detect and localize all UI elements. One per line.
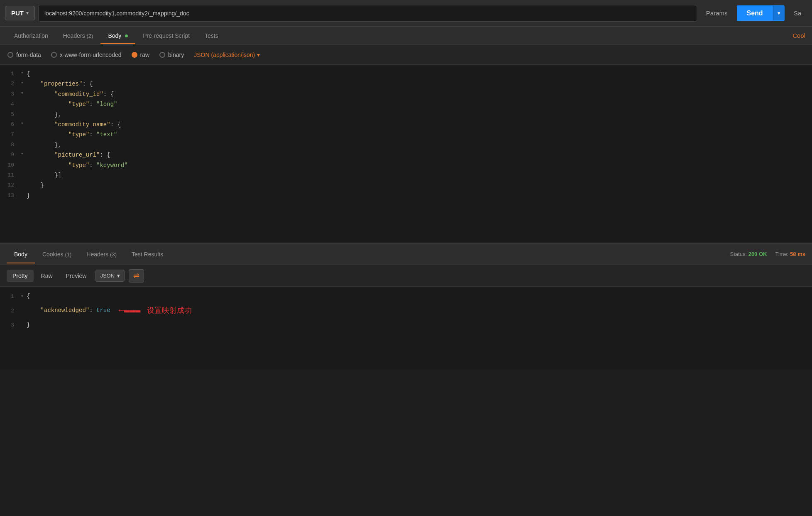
resp-tab-headers-badge: (3) xyxy=(110,251,117,258)
code-line-6: 6 ▾ "commodity_name": { xyxy=(0,120,812,130)
radio-form-data xyxy=(7,52,13,58)
code-content-2: "properties": { xyxy=(27,79,93,88)
code-line-10: 10 "type": "keyword" xyxy=(0,160,812,170)
tab-pre-request-script[interactable]: Pre-request Script xyxy=(135,27,197,44)
collapse-3[interactable]: ▾ xyxy=(21,90,27,97)
fmt-raw-button[interactable]: Raw xyxy=(35,270,59,282)
red-arrow-icon: ←▬▬▬ xyxy=(119,302,141,319)
json-format-dropdown[interactable]: JSON ▾ xyxy=(95,270,125,282)
json-type-selector[interactable]: JSON (application/json) ▾ xyxy=(194,52,260,58)
binary-label: binary xyxy=(168,52,184,58)
code-line-13: 13 } xyxy=(0,191,812,201)
params-button[interactable]: Params xyxy=(700,6,734,20)
code-line-1: 1 ▾ { xyxy=(0,69,812,79)
resp-line-2: 2 "acknowledged": true ←▬▬▬ 设置映射成功 xyxy=(0,302,812,319)
status-label: Status: 200 OK xyxy=(730,251,767,257)
body-options: form-data x-www-form-urlencoded raw bina… xyxy=(0,45,812,65)
collapse-11 xyxy=(21,171,27,178)
resp-tab-cookies-badge: (1) xyxy=(65,251,71,258)
code-editor[interactable]: 1 ▾ { 2 ▾ "properties": { 3 ▾ "commodity… xyxy=(0,65,812,243)
annotation-text: 设置映射成功 xyxy=(147,304,192,317)
resp-line-num-1: 1 xyxy=(0,291,21,301)
collapse-2[interactable]: ▾ xyxy=(21,79,27,87)
fmt-preview-button[interactable]: Preview xyxy=(60,270,93,282)
send-button[interactable]: Send xyxy=(737,5,773,21)
form-data-label: form-data xyxy=(16,52,41,58)
method-chevron-icon: ▾ xyxy=(26,10,29,16)
resp-tab-body[interactable]: Body xyxy=(7,245,35,263)
raw-label: raw xyxy=(140,52,150,58)
code-content-7: "type": "text" xyxy=(27,130,117,139)
resp-status-bar: Status: 200 OK Time: 58 ms xyxy=(730,251,805,257)
line-num-8: 8 xyxy=(0,140,21,150)
code-line-7: 7 "type": "text" xyxy=(0,130,812,140)
send-chevron-icon[interactable]: ▾ xyxy=(773,6,785,20)
line-num-6: 6 xyxy=(0,120,21,129)
response-code: 1 ▾ { 2 "acknowledged": true ←▬▬▬ 设置映射成功… xyxy=(0,287,812,370)
collapse-10 xyxy=(21,161,27,168)
option-binary[interactable]: binary xyxy=(159,52,184,58)
save-button[interactable]: Sa xyxy=(788,6,807,20)
line-num-11: 11 xyxy=(0,171,21,180)
resp-tab-test-results-label: Test Results xyxy=(132,251,163,258)
json-type-chevron-icon: ▾ xyxy=(257,52,260,58)
tab-headers-badge: (2) xyxy=(87,33,93,39)
tab-authorization[interactable]: Authorization xyxy=(7,27,56,44)
resp-tab-body-label: Body xyxy=(14,251,27,258)
resp-line-1: 1 ▾ { xyxy=(0,291,812,302)
resp-line-3: 3 } xyxy=(0,319,812,331)
send-btn-group: Send ▾ xyxy=(737,5,785,21)
collapse-4 xyxy=(21,100,27,107)
resp-collapse-1[interactable]: ▾ xyxy=(21,292,27,301)
option-urlencoded[interactable]: x-www-form-urlencoded xyxy=(51,52,122,58)
line-num-12: 12 xyxy=(0,181,21,190)
code-content-8: }, xyxy=(27,140,61,150)
wrap-button[interactable]: ⇌ xyxy=(129,269,144,283)
line-num-2: 2 xyxy=(0,79,21,88)
url-input[interactable] xyxy=(38,5,697,22)
code-content-5: }, xyxy=(27,110,61,119)
time-value: 58 ms xyxy=(790,251,805,257)
resp-line-num-2: 2 xyxy=(0,306,21,316)
collapse-6[interactable]: ▾ xyxy=(21,120,27,128)
resp-tab-cookies[interactable]: Cookies (1) xyxy=(35,245,79,263)
option-raw[interactable]: raw xyxy=(132,52,150,58)
tab-pre-request-label: Pre-request Script xyxy=(143,32,190,39)
method-dropdown[interactable]: PUT ▾ xyxy=(5,6,35,20)
resp-tab-headers[interactable]: Headers (3) xyxy=(79,245,124,263)
collapse-8 xyxy=(21,140,27,148)
request-tabs: Authorization Headers (2) Body Pre-reque… xyxy=(0,27,812,45)
code-content-10: "type": "keyword" xyxy=(27,161,128,170)
fmt-pretty-button[interactable]: Pretty xyxy=(7,270,34,282)
code-line-11: 11 }] xyxy=(0,170,812,180)
resp-tab-cookies-label: Cookies xyxy=(42,251,64,258)
code-line-4: 4 "type": "long" xyxy=(0,99,812,109)
collapse-9[interactable]: ▾ xyxy=(21,150,27,158)
radio-binary xyxy=(159,52,165,58)
tab-authorization-label: Authorization xyxy=(14,32,48,39)
resp-code-content-2: "acknowledged": true xyxy=(27,305,110,316)
collapse-7 xyxy=(21,130,27,138)
tab-tests[interactable]: Tests xyxy=(197,27,226,44)
wrap-icon: ⇌ xyxy=(133,272,139,280)
time-label: Time: 58 ms xyxy=(775,251,805,257)
line-num-5: 5 xyxy=(0,110,21,119)
resp-tab-test-results[interactable]: Test Results xyxy=(124,245,171,263)
collapse-1[interactable]: ▾ xyxy=(21,69,27,77)
json-format-chevron-icon: ▾ xyxy=(117,273,120,279)
radio-raw xyxy=(132,52,137,58)
tab-headers[interactable]: Headers (2) xyxy=(56,27,101,44)
line-num-3: 3 xyxy=(0,90,21,99)
option-form-data[interactable]: form-data xyxy=(7,52,41,58)
code-line-12: 12 } xyxy=(0,180,812,190)
collapse-13 xyxy=(21,191,27,199)
code-line-5: 5 }, xyxy=(0,110,812,120)
line-num-10: 10 xyxy=(0,161,21,170)
code-content-4: "type": "long" xyxy=(27,100,117,109)
tab-body[interactable]: Body xyxy=(100,27,135,44)
resp-tab-headers-label: Headers xyxy=(86,251,108,258)
cool-label: Cool xyxy=(792,32,805,39)
code-content-9: "picture_url": { xyxy=(27,150,110,160)
response-section: Body Cookies (1) Headers (3) Test Result… xyxy=(0,243,812,410)
resp-code-content-3: } xyxy=(27,320,30,330)
